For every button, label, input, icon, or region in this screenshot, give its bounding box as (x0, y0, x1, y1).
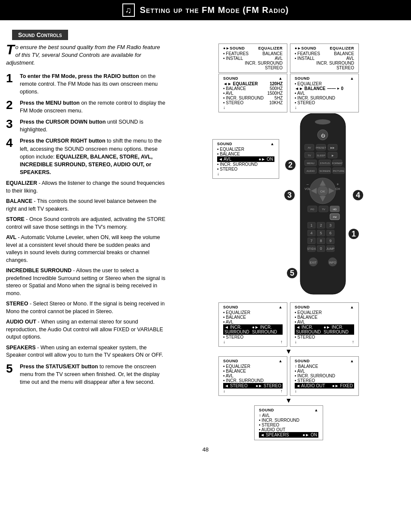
page-header: ♫ Setting up the FM Mode (FM Radio) (0, 0, 411, 20)
svg-text:9: 9 (329, 239, 331, 243)
svg-text:2: 2 (320, 223, 322, 227)
svg-text:7: 7 (310, 239, 312, 243)
desc-equalizer: EQUALIZER - Allows the listener to chang… (6, 180, 165, 195)
svg-point-1 (315, 119, 330, 124)
arrow-down-1: ▼ (172, 348, 405, 355)
term-incr-surround: INCREDIBLE SURROUND (6, 268, 72, 274)
svg-text:3: 3 (329, 223, 331, 227)
music-icon: ♫ (122, 3, 135, 17)
svg-text:CH: CH (336, 187, 340, 190)
step-1-text: To enter the FM Mode, press the RADIO bu… (20, 72, 165, 96)
description-list: EQUALIZER - Allows the listener to chang… (6, 180, 165, 359)
menu-tl-right: EQUALIZER (258, 46, 283, 50)
svg-text:▶▶: ▶▶ (330, 146, 335, 149)
desc-avl-text: - Automatic Volume Leveler, when ON, wil… (6, 234, 160, 263)
svg-text:AV: AV (308, 146, 311, 149)
svg-text:EXIT: EXIT (310, 261, 317, 264)
step-label-2: 2 (285, 160, 296, 170)
svg-text:ST/DX: ST/DX (307, 247, 316, 250)
step-label-1: 1 (349, 229, 359, 239)
page-title: Setting up the FM Mode (FM Radio) (140, 5, 289, 15)
arrow-down-2: ▼ (172, 397, 405, 404)
svg-text:OK: OK (320, 190, 325, 193)
menu-box-avl: SOUND▲ • EQUALIZER • BALANCE ◄ AVL●► ON … (212, 139, 279, 179)
desc-avl: AVL - Automatic Volume Leveler, when ON,… (6, 234, 165, 264)
menu-box-incr-surround-right: SOUND▲ • EQUALIZER • BALANCE • AVL ◄ INC… (290, 302, 359, 347)
step-1-number: 1 (6, 72, 16, 84)
desc-speakers: SPEAKERS - When using an external speake… (6, 344, 165, 359)
svg-text:⏻: ⏻ (321, 134, 325, 138)
desc-stereo: STEREO - Select Stereo or Mono. If the s… (6, 300, 165, 315)
svg-text:+: + (336, 182, 339, 187)
svg-text:PO: PO (311, 208, 314, 211)
svg-text:VOL: VOL (305, 187, 311, 190)
step-2: 2 Press the MENU button on the remote co… (6, 99, 165, 115)
menu-tl-title: ●►SOUND (223, 46, 245, 50)
step-5-text: Press the STATUS/EXIT button to remove t… (20, 363, 165, 386)
step-2-text: Press the MENU button on the remote cont… (20, 99, 165, 115)
steps-container: 1 To enter the FM Mode, press the RADIO … (6, 72, 165, 177)
svg-text:FM: FM (333, 216, 337, 218)
menu-box-incr-surround-left: SOUND▲ • EQUALIZER • BALANCE • AVL ◄ INC… (218, 302, 287, 347)
step-1: 1 To enter the FM Mode, press the RADIO … (6, 72, 165, 96)
svg-text:TV: TV (322, 208, 325, 211)
main-content: T o ensure the best sound quality from t… (0, 44, 411, 440)
menu-box-top-right: ●►SOUND EQUALIZER • FEATURESBALANCE • IN… (290, 44, 359, 73)
step-4-number: 4 (6, 137, 16, 149)
term-balance: BALANCE (6, 198, 32, 204)
drop-cap: T (6, 44, 15, 56)
term-equalizer: EQUALIZER (6, 180, 37, 186)
step-label-5: 5 (287, 268, 297, 278)
left-column: T o ensure the best sound quality from t… (6, 44, 165, 440)
step-4-text: Press the CURSOR RIGHT button to shift t… (20, 137, 165, 176)
menu-box-stereo: SOUND▲ • EQUALIZER • BALANCE • AVL • INC… (218, 356, 287, 396)
svg-text:▶: ▶ (332, 154, 334, 157)
remote-diagram: 2 3 4 5 1 ⏻ AV (281, 113, 365, 300)
svg-text:SCREEN: SCREEN (319, 170, 330, 172)
step-3: 3 Press the CURSOR DOWN button until SOU… (6, 118, 165, 134)
desc-stereo-text: - Select Stereo or Mono. If the signal i… (6, 301, 165, 314)
svg-text:TV: TV (308, 154, 311, 157)
svg-text:HD: HD (333, 208, 337, 211)
svg-text:FORMAT: FORMAT (332, 162, 343, 165)
term-stereo: STEREO (6, 301, 28, 307)
svg-text:4: 4 (310, 231, 312, 235)
svg-text:6: 6 (329, 231, 331, 235)
svg-text:PICTURE: PICTURE (333, 170, 344, 172)
svg-text:MENU: MENU (307, 162, 314, 165)
term-avl: AVL (6, 234, 16, 240)
step-label-4: 4 (353, 190, 363, 200)
step-2-number: 2 (6, 99, 16, 111)
svg-text:INFO: INFO (329, 261, 336, 264)
desc-incr-surround: INCREDIBLE SURROUND - Allows the user to… (6, 267, 165, 297)
step-3-text: Press the CURSOR DOWN button until SOUND… (20, 118, 165, 134)
step-5: 5 Press the STATUS/EXIT button to remove… (6, 363, 165, 386)
menu-box-top-left: ●►SOUND EQUALIZER • FEATURESBALANCE • IN… (218, 44, 287, 73)
desc-store-text: - Once Sound controls are adjusted, acti… (6, 216, 165, 230)
term-audio-out: AUDIO OUT (6, 319, 36, 325)
menu-tr-title: ●►SOUND (295, 46, 316, 50)
step-4: 4 Press the CURSOR RIGHT button to shift… (6, 137, 165, 176)
page-number: 48 (0, 446, 411, 453)
step-3-number: 3 (6, 118, 16, 130)
term-store: STORE (6, 216, 25, 222)
desc-audio-out: AUDIO OUT - When using an external stere… (6, 318, 165, 341)
svg-text:5: 5 (320, 231, 322, 235)
menu-box-balance: SOUND▲ • EQUALIZER ◄► BALANCE ——►0 • AVL… (290, 74, 359, 112)
svg-text:STATUS: STATUS (320, 162, 330, 165)
menu-box-audio-out: SOUND▲ ↑ BALANCE • AVL • INCR. SURROUND … (290, 356, 359, 396)
step-5-number: 5 (6, 363, 16, 375)
desc-balance: BALANCE - This controls the sound level … (6, 198, 165, 213)
diagram-container: ●►SOUND EQUALIZER • FEATURESBALANCE • IN… (172, 44, 405, 440)
right-column: ●►SOUND EQUALIZER • FEATURESBALANCE • IN… (172, 44, 405, 440)
intro-body: o ensure the best sound quality from the… (6, 44, 160, 66)
step-label-3: 3 (284, 190, 295, 200)
svg-text:0: 0 (320, 246, 322, 251)
svg-text:AUDIO: AUDIO (306, 170, 314, 172)
svg-text:SLEEP: SLEEP (317, 154, 325, 157)
intro-text: T o ensure the best sound quality from t… (6, 44, 165, 67)
svg-text:JUMP: JUMP (326, 247, 334, 250)
svg-text:PRESET: PRESET (316, 146, 326, 149)
term-speakers: SPEAKERS (6, 345, 36, 351)
svg-text:–: – (306, 182, 308, 187)
